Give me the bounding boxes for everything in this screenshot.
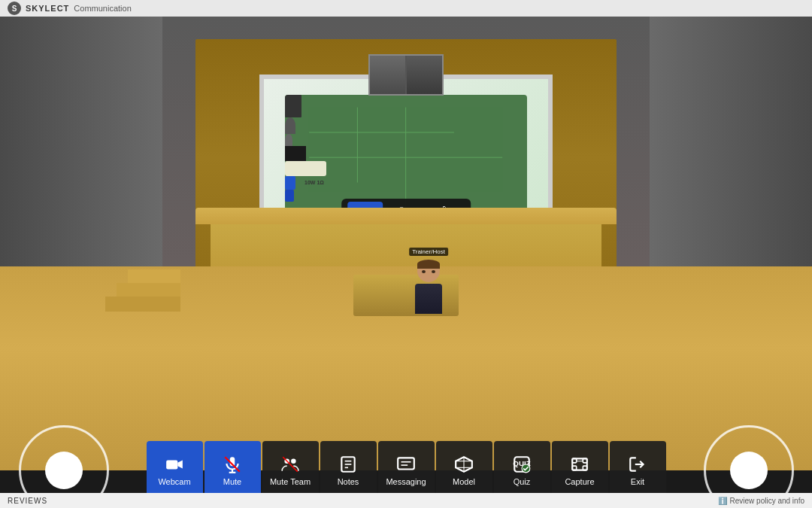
- model-button[interactable]: Model: [436, 441, 492, 500]
- left-joystick-dot: [45, 452, 83, 489]
- avatar-eye-left: [422, 270, 426, 273]
- svg-point-11: [291, 458, 296, 464]
- svg-line-12: [283, 457, 298, 472]
- quiz-icon: QUIZ: [512, 455, 532, 474]
- top-bar: S SKYLECT Communication: [0, 0, 812, 17]
- logo-area: S SKYLECT Communication: [8, 2, 132, 15]
- tool-buttons-bar: Webcam Mute: [147, 441, 666, 500]
- toolbar-inner: Webcam Mute: [147, 441, 666, 500]
- model-icon: [454, 455, 474, 474]
- exit-label: Exit: [631, 477, 644, 486]
- messaging-label: Messaging: [386, 477, 426, 486]
- cam-right: [407, 56, 442, 94]
- mute-label: Mute: [223, 477, 241, 486]
- svg-rect-17: [398, 458, 414, 469]
- exit-icon: [628, 455, 647, 474]
- model-label: Model: [453, 477, 475, 486]
- stair-1: [105, 297, 180, 312]
- avatar-head: [417, 260, 440, 282]
- mute-team-button[interactable]: Mute Team: [262, 441, 319, 500]
- capture-label: Capture: [565, 477, 594, 486]
- mute-team-label: Mute Team: [270, 477, 311, 486]
- cam-left: [370, 56, 405, 94]
- right-joystick-dot: [730, 452, 768, 489]
- notes-label: Notes: [338, 477, 359, 486]
- app-title: SKYLECT: [26, 4, 69, 13]
- mute-team-icon: [280, 455, 300, 474]
- notes-button[interactable]: Notes: [320, 441, 377, 500]
- svg-rect-4: [166, 461, 177, 470]
- svg-rect-27: [572, 458, 587, 470]
- info-icon: ℹ️: [718, 497, 727, 505]
- mute-icon: [223, 455, 242, 474]
- svg-marker-5: [177, 461, 183, 469]
- capture-button[interactable]: Capture: [552, 441, 608, 500]
- webcam-icon: [165, 455, 184, 474]
- avatar-body: [415, 284, 442, 314]
- stair-2: [117, 283, 180, 297]
- avatar-eye-right: [432, 270, 435, 273]
- 3d-scene: ◆ SKYLECT: [0, 17, 812, 470]
- status-bar-right-text: Review policy and info: [730, 497, 805, 505]
- quiz-button[interactable]: QUIZ Quiz: [494, 441, 550, 500]
- notes-icon: [338, 455, 358, 474]
- capture-icon: [570, 455, 589, 474]
- exit-button[interactable]: Exit: [610, 441, 666, 500]
- logo-circle: S: [8, 2, 21, 15]
- resistor-label: 10W 1Ω: [304, 180, 324, 185]
- stair-3: [128, 269, 180, 283]
- app-subtitle: Communication: [74, 4, 131, 13]
- status-bar-left: REVIEWS: [8, 497, 47, 505]
- avatar-container: Trainer/Host: [410, 260, 447, 314]
- webcam-button[interactable]: Webcam: [147, 441, 203, 500]
- svg-rect-28: [577, 458, 583, 461]
- quiz-label: Quiz: [514, 477, 531, 486]
- camera-thumbnail: [368, 54, 444, 96]
- status-bar-right: ℹ️ Review policy and info: [718, 497, 805, 505]
- status-bar: REVIEWS ℹ️ Review policy and info: [0, 493, 812, 508]
- webcam-label: Webcam: [158, 477, 190, 486]
- avatar-label: Trainer/Host: [409, 248, 448, 256]
- stage-top-edge: [195, 208, 617, 224]
- avatar: Trainer/Host: [410, 260, 447, 316]
- avatar-hair: [417, 260, 440, 269]
- staircase-left: [105, 251, 180, 312]
- messaging-icon: [396, 455, 416, 474]
- messaging-button[interactable]: Messaging: [378, 441, 435, 500]
- mute-button[interactable]: Mute: [205, 441, 261, 500]
